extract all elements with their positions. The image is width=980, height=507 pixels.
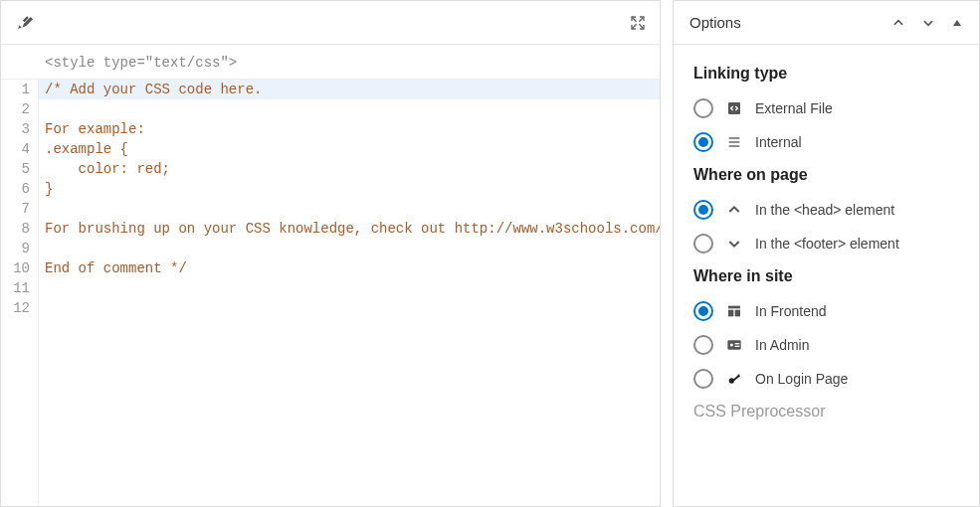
code-line[interactable]: /* Add your CSS code here. (39, 80, 660, 99)
svg-rect-6 (728, 310, 733, 317)
line-number: 10 (9, 258, 30, 278)
code-line[interactable] (45, 298, 660, 318)
code-line[interactable]: End of comment */ (45, 258, 660, 278)
where-on-page-option[interactable]: In the <footer> element (693, 234, 959, 254)
line-number: 12 (9, 298, 30, 318)
collapse-triangle-icon[interactable] (951, 17, 963, 29)
code-lines[interactable]: /* Add your CSS code here.For example:.e… (39, 80, 660, 506)
code-line[interactable]: .example { (45, 139, 660, 159)
line-number: 8 (9, 219, 30, 239)
radio-button[interactable] (693, 200, 713, 220)
linking-type-option[interactable]: Internal (693, 132, 959, 152)
code-line[interactable]: color: red; (45, 159, 660, 179)
svg-rect-11 (735, 346, 740, 347)
option-label: In the <head> element (755, 202, 894, 218)
layout-icon (725, 302, 743, 320)
svg-point-12 (729, 378, 734, 383)
chevron-down-icon[interactable] (921, 16, 935, 30)
key-icon (725, 370, 743, 388)
svg-rect-8 (727, 340, 740, 349)
code-line[interactable]: } (45, 179, 660, 199)
option-label: In Admin (755, 337, 809, 353)
editor-pane: <style type="text/css"> 123456789101112 … (0, 0, 661, 507)
options-title: Options (689, 14, 741, 31)
options-header: Options (674, 1, 979, 45)
line-number: 9 (9, 239, 30, 258)
chev-down-icon (725, 235, 743, 253)
line-number: 6 (9, 179, 30, 199)
svg-rect-10 (735, 343, 740, 344)
line-number: 3 (9, 119, 30, 139)
style-open-tag: <style type="text/css"> (1, 45, 660, 80)
where-in-site-option[interactable]: On Login Page (693, 369, 959, 389)
radio-button[interactable] (693, 98, 713, 118)
radio-button[interactable] (693, 369, 713, 389)
lines-icon (725, 133, 743, 151)
svg-rect-5 (728, 306, 740, 309)
editor-toolbar (1, 1, 660, 45)
line-number: 1 (9, 80, 30, 99)
css-preprocessor-heading: CSS Preprocessor (693, 403, 959, 421)
linking-type-option[interactable]: External File (693, 98, 959, 118)
chevron-up-icon[interactable] (891, 16, 905, 30)
id-card-icon (725, 336, 743, 354)
fullscreen-icon[interactable] (630, 15, 646, 31)
where-in-site-heading: Where in site (693, 267, 959, 285)
options-header-controls (891, 16, 963, 30)
svg-point-9 (730, 343, 733, 346)
line-number-gutter: 123456789101112 (1, 80, 39, 506)
options-body: Linking type External FileInternal Where… (674, 45, 979, 444)
option-label: On Login Page (755, 371, 848, 387)
code-line[interactable] (45, 199, 660, 219)
line-number: 5 (9, 159, 30, 179)
where-in-site-option[interactable]: In Frontend (693, 301, 959, 321)
where-in-site-option[interactable]: In Admin (693, 335, 959, 355)
code-file-icon (725, 99, 743, 117)
option-label: In Frontend (755, 303, 827, 319)
where-on-page-option[interactable]: In the <head> element (693, 200, 959, 220)
option-label: External File (755, 100, 833, 116)
radio-button[interactable] (693, 335, 713, 355)
code-line[interactable] (45, 278, 660, 298)
code-line[interactable] (45, 99, 660, 119)
line-number: 4 (9, 139, 30, 159)
line-number: 2 (9, 99, 30, 119)
code-line[interactable]: For brushing up on your CSS knowledge, c… (45, 219, 660, 239)
radio-button[interactable] (693, 234, 713, 254)
line-number: 7 (9, 199, 30, 219)
code-editor[interactable]: 123456789101112 /* Add your CSS code her… (1, 80, 660, 506)
option-label: In the <footer> element (755, 236, 899, 252)
options-pane: Options Linking type External FileIntern… (673, 0, 980, 507)
radio-button[interactable] (693, 301, 713, 321)
line-number: 11 (9, 278, 30, 298)
chev-up-icon (725, 201, 743, 219)
svg-rect-7 (735, 310, 740, 317)
where-on-page-heading: Where on page (693, 166, 959, 184)
beautify-icon[interactable] (15, 14, 33, 32)
linking-type-heading: Linking type (693, 65, 959, 83)
radio-button[interactable] (693, 132, 713, 152)
code-line[interactable]: For example: (45, 119, 660, 139)
code-line[interactable] (45, 239, 660, 258)
option-label: Internal (755, 134, 802, 150)
